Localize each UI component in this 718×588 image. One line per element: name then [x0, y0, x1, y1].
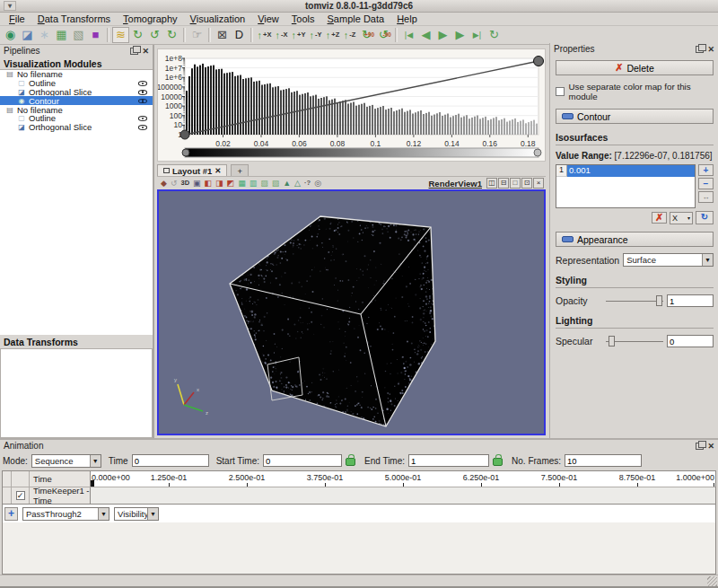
tab-new-layout[interactable]: + [231, 164, 249, 176]
play-icon[interactable]: ▶ [434, 27, 451, 43]
maximize-view-button[interactable]: □ [510, 178, 521, 189]
rotate-camera-pointer-icon[interactable]: ↻ [163, 27, 180, 43]
toggle-3d-icon[interactable]: 3D [180, 178, 189, 189]
render-viewport[interactable]: y x z [157, 189, 546, 435]
menu-tools[interactable]: Tools [285, 13, 321, 25]
view-minus-z-icon[interactable]: ↑-Z [341, 27, 358, 43]
renderview-label[interactable]: RenderView1 [429, 179, 483, 189]
rotate-plus-90-icon[interactable]: ↻+90 [358, 27, 375, 43]
float-dock-icon[interactable] [696, 46, 704, 53]
view-plus-x-icon[interactable]: ↑+X [256, 27, 273, 43]
window-menu-icon[interactable]: ▾ [4, 1, 16, 11]
split-vertical-button[interactable]: ⊟ [498, 178, 509, 189]
menu-help[interactable]: Help [390, 13, 424, 25]
separate-colormap-checkbox[interactable] [556, 87, 565, 96]
colormap-handle-right[interactable] [534, 149, 541, 156]
float-dock-icon[interactable] [130, 48, 138, 55]
tab-layout-1[interactable]: Layout #1 ✕ [157, 164, 227, 176]
menu-sample-data[interactable]: Sample Data [321, 13, 391, 25]
zoom-closest-icon[interactable]: ◨ [215, 178, 223, 189]
opacity-slider-handle[interactable] [656, 295, 662, 306]
contour-collapse-button[interactable]: Contour [556, 109, 714, 124]
interactive-select-points-icon[interactable]: △ [294, 178, 301, 189]
delete-all-values-button[interactable]: ✗ [652, 212, 667, 224]
view-minus-x-icon[interactable]: ↑-X [273, 27, 290, 43]
view-plus-z-icon[interactable]: ↑+Z [324, 27, 341, 43]
property-select[interactable]: Visibility ▼ [114, 507, 159, 521]
interactive-select-cells-icon[interactable]: ▲ [283, 178, 291, 189]
visibility-eye-icon[interactable] [138, 125, 147, 130]
lock-start-icon[interactable] [346, 458, 355, 466]
zoom-to-data-icon[interactable]: D [231, 27, 248, 43]
opacity-node-start[interactable] [180, 130, 189, 139]
mode-select[interactable]: Sequence ▼ [31, 454, 101, 468]
split-horizontal-button[interactable]: ◫ [486, 178, 497, 189]
representation-select[interactable]: Surface ▼ [623, 253, 714, 267]
volume-module-icon[interactable]: ■ [87, 27, 104, 43]
timeline-ruler[interactable]: 0.000e+001.250e-012.500e-013.750e-015.00… [91, 471, 715, 487]
add-value-button[interactable]: + [698, 164, 714, 176]
rotate-minus-90-icon[interactable]: ↺-90 [375, 27, 392, 43]
end-time-input[interactable] [408, 454, 489, 467]
close-tab-icon[interactable]: ✕ [215, 166, 221, 175]
menu-visualization[interactable]: Visualization [184, 13, 252, 25]
select-cells-through-icon[interactable]: ▨ [260, 178, 268, 189]
opacity-node-end[interactable] [534, 57, 544, 66]
center-axes-icon[interactable]: ◎ [314, 178, 321, 189]
view-plus-y-icon[interactable]: ↑+Y [290, 27, 307, 43]
reset-camera-icon[interactable]: ↺ [171, 178, 178, 189]
first-frame-icon[interactable]: |◀ [400, 27, 417, 43]
previous-frame-icon[interactable]: ◀ [417, 27, 434, 43]
menu-file[interactable]: File [3, 13, 31, 25]
hover-help-icon[interactable]: ·? [304, 178, 311, 189]
tree-item-orthogonal-slice[interactable]: ◪Orthogonal Slice [0, 123, 153, 132]
menu-tomography[interactable]: Tomography [117, 13, 184, 25]
earth-sample-icon[interactable]: ◉ [2, 27, 19, 43]
close-dock-icon[interactable]: ✕ [707, 443, 714, 450]
last-frame-icon[interactable]: ▶| [468, 27, 486, 43]
capture-screenshot-icon[interactable]: ▣ [193, 178, 201, 189]
iso-row-value[interactable]: 0.001 [567, 165, 695, 177]
lock-end-icon[interactable] [493, 458, 503, 466]
zoom-to-box-icon[interactable]: ⊠ [214, 27, 231, 43]
start-time-input[interactable] [263, 454, 342, 467]
edit-camera-icon[interactable]: ◆ [161, 178, 167, 189]
ortho-slice-module-icon[interactable]: ◪ [19, 27, 36, 43]
delete-button[interactable]: ✗ Delete [556, 60, 714, 75]
colormap-bar[interactable] [185, 148, 538, 157]
select-points-through-icon[interactable]: ▧ [272, 178, 280, 189]
loop-icon[interactable]: ↻ [486, 27, 503, 43]
close-dock-icon[interactable]: ✕ [142, 48, 149, 55]
rotate-camera-ccw-icon[interactable]: ↺ [146, 27, 163, 43]
add-track-button[interactable]: + [4, 507, 18, 521]
recalculate-button[interactable]: ↻ [696, 211, 714, 224]
next-frame-icon[interactable]: ▶ [451, 27, 468, 43]
specular-input[interactable] [667, 335, 714, 347]
view-minus-y-icon[interactable]: ↑-Y [307, 27, 324, 43]
separate-colormap-row[interactable]: Use separate color map for this module [556, 82, 714, 101]
zoom-to-data-red-icon[interactable]: ◧ [205, 178, 213, 189]
axis-dropdown[interactable]: X ▾ [670, 212, 693, 224]
specular-slider[interactable] [606, 335, 663, 347]
visibility-eye-icon[interactable] [138, 90, 147, 95]
outline-module-icon[interactable]: ∗ [36, 27, 53, 43]
menu-view[interactable]: View [251, 13, 285, 25]
isosurface-value-list[interactable]: 10.001 [556, 164, 696, 208]
tree-item-orthogonal-slice[interactable]: ◪Orthogonal Slice [0, 88, 153, 97]
resize-grip[interactable] [707, 576, 717, 586]
close-view-button[interactable]: × [533, 178, 544, 189]
visibility-eye-icon[interactable] [138, 81, 147, 86]
float-view-button[interactable]: ⊡ [521, 178, 532, 189]
appearance-collapse-button[interactable]: Appearance [556, 232, 714, 247]
track-enabled-checkbox[interactable]: ✓ [16, 491, 25, 500]
threshold-module-icon[interactable]: ▧ [70, 27, 87, 43]
close-dock-icon[interactable]: ✕ [707, 46, 714, 53]
select-cells-on-icon[interactable]: ▦ [238, 178, 246, 189]
colormap-handle-left[interactable] [182, 149, 189, 156]
visibility-eye-icon[interactable] [138, 116, 147, 121]
value-range-button[interactable]: ↔ [698, 191, 714, 203]
select-points-on-icon[interactable]: ▥ [250, 178, 258, 189]
frames-input[interactable] [565, 454, 642, 467]
tree-item-no-filename[interactable]: ▤No filename [0, 105, 153, 114]
isosurface-row[interactable]: 10.001 [556, 165, 695, 177]
